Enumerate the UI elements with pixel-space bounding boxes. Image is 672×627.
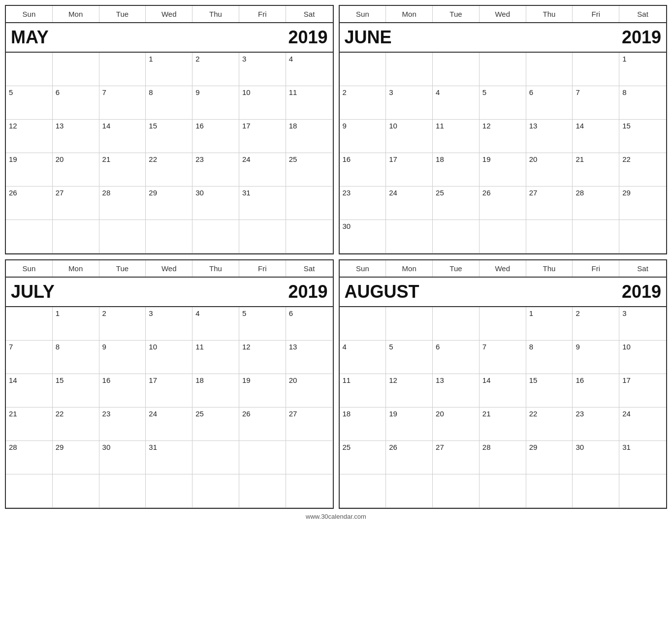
day-cell [573,474,619,508]
day-cell [99,220,146,253]
day-cell: 1 [619,53,666,86]
day-cell: 10 [619,341,666,374]
day-cell: 14 [480,374,526,408]
day-cell: 23 [340,187,386,220]
day-cell [239,474,286,508]
day-cell: 28 [6,441,53,474]
day-cell [53,474,99,508]
day-cell: 4 [192,307,239,341]
day-cell [526,53,573,86]
day-header-fri: Fri [239,6,286,22]
day-cell: 13 [526,120,573,153]
day-cell: 22 [619,153,666,187]
day-cell [619,474,666,508]
day-cell: 6 [433,341,480,374]
day-cell: 2 [340,86,386,120]
day-cell: 29 [526,441,573,474]
day-cell: 26 [239,408,286,441]
day-cell: 22 [526,408,573,441]
day-cell: 6 [526,86,573,120]
day-cell: 17 [239,120,286,153]
day-cell: 25 [286,153,333,187]
day-cell [433,53,480,86]
day-cell [340,53,386,86]
day-cell [573,53,619,86]
day-cell: 14 [6,374,53,408]
day-cell: 25 [340,441,386,474]
day-cell: 11 [286,86,333,120]
day-cell: 21 [6,408,53,441]
day-header-fri: Fri [573,260,619,277]
day-cell [526,220,573,253]
day-cell: 5 [386,341,433,374]
day-cell [433,474,480,508]
day-header-sat: Sat [286,6,333,22]
day-cell [286,187,333,220]
day-header-sun: Sun [6,260,53,277]
day-cell: 28 [480,441,526,474]
day-cell: 12 [386,374,433,408]
day-cell: 26 [386,441,433,474]
month-name: AUGUST [345,282,419,302]
day-header-fri: Fri [573,6,619,22]
day-header-tue: Tue [433,260,480,277]
day-cell [386,53,433,86]
month-title-row: JUNE2019 [340,23,667,53]
day-cell: 2 [192,53,239,86]
day-cell: 20 [433,408,480,441]
day-cell: 5 [6,86,53,120]
day-cell: 13 [286,341,333,374]
day-cell: 7 [480,341,526,374]
day-header-thu: Thu [192,260,239,277]
day-header-wed: Wed [146,6,192,22]
day-cell: 25 [192,408,239,441]
day-cell: 15 [53,374,99,408]
day-cell: 7 [573,86,619,120]
year-name: 2019 [288,282,327,302]
day-cell [6,474,53,508]
day-cell: 8 [526,341,573,374]
month-title-row: JULY2019 [6,278,333,307]
day-cell: 7 [99,86,146,120]
day-cell: 10 [239,86,286,120]
day-cell: 17 [619,374,666,408]
day-cell: 12 [480,120,526,153]
day-cell: 4 [433,86,480,120]
day-header-mon: Mon [386,260,433,277]
day-cell: 22 [146,153,192,187]
day-cell: 23 [192,153,239,187]
day-cell: 20 [526,153,573,187]
day-cell: 17 [386,153,433,187]
day-header-mon: Mon [386,6,433,22]
month-name: JULY [11,282,55,302]
day-cell: 27 [53,187,99,220]
day-header-mon: Mon [53,260,99,277]
day-cell: 16 [192,120,239,153]
day-cell [286,441,333,474]
day-cell: 8 [53,341,99,374]
day-cell: 29 [146,187,192,220]
day-cell: 11 [433,120,480,153]
day-header-fri: Fri [239,260,286,277]
day-cell [192,441,239,474]
day-cell: 30 [99,441,146,474]
day-cell: 29 [619,187,666,220]
day-cell: 19 [239,374,286,408]
day-cell: 3 [619,307,666,341]
day-cell [480,53,526,86]
month-name: MAY [11,27,49,48]
day-cell: 11 [340,374,386,408]
day-cell: 24 [239,153,286,187]
day-cell [619,220,666,253]
day-cell: 19 [6,153,53,187]
day-cell [526,474,573,508]
day-cell: 15 [619,120,666,153]
day-cell [99,474,146,508]
footer-text: www.30calendar.com [5,513,667,520]
day-cell [239,441,286,474]
year-name: 2019 [622,282,661,302]
day-cell [239,220,286,253]
day-cell: 26 [480,187,526,220]
day-cell: 23 [99,408,146,441]
day-cell: 9 [192,86,239,120]
